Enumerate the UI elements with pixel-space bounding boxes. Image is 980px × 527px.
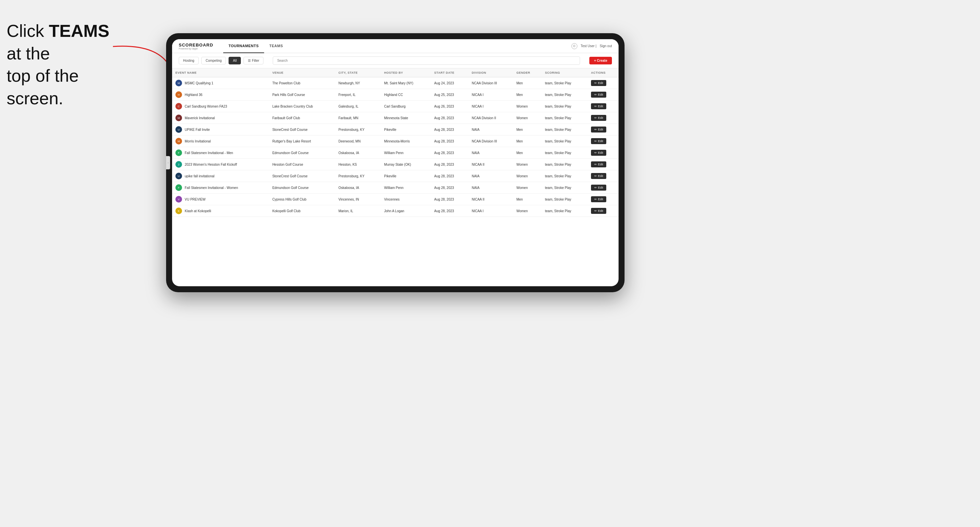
table-row: M MSMC Qualifying 1 The Powelton Club Ne… bbox=[172, 77, 619, 89]
cell-date-3: Aug 28, 2023 bbox=[431, 112, 468, 124]
edit-btn-9[interactable]: ✏ Edit bbox=[591, 185, 607, 190]
cell-date-9: Aug 28, 2023 bbox=[431, 182, 468, 194]
cell-division-1: NICAA I bbox=[468, 89, 513, 101]
cell-hosted-7: Murray State (OK) bbox=[381, 159, 431, 170]
search-input[interactable] bbox=[273, 56, 580, 65]
tab-teams[interactable]: TEAMS bbox=[264, 39, 288, 53]
table-row: F Fall Statesmen Invitational - Men Edmu… bbox=[172, 147, 619, 159]
team-logo-8: U bbox=[175, 173, 182, 179]
edit-btn-4[interactable]: ✏ Edit bbox=[591, 127, 607, 132]
edit-icon-4: ✏ bbox=[594, 128, 597, 131]
team-logo-0: M bbox=[175, 80, 182, 86]
cell-city-10: Vincennes, IN bbox=[335, 194, 381, 205]
cell-date-0: Aug 24, 2023 bbox=[431, 77, 468, 89]
table-row: U UPIKE Fall Invite StoneCrest Golf Cour… bbox=[172, 124, 619, 135]
cell-event-4: U UPIKE Fall Invite bbox=[172, 124, 269, 135]
cell-actions-11: ✏ Edit bbox=[588, 205, 619, 217]
hosting-filter-btn[interactable]: Hosting bbox=[179, 57, 199, 64]
table-row: H Highland 36 Park Hills Golf Course Fre… bbox=[172, 89, 619, 101]
cell-gender-2: Women bbox=[513, 101, 541, 112]
edit-btn-5[interactable]: ✏ Edit bbox=[591, 138, 607, 144]
cell-city-9: Oskaloosa, IA bbox=[335, 182, 381, 194]
competing-filter-btn[interactable]: Competing bbox=[201, 57, 226, 64]
col-event-name: EVENT NAME bbox=[172, 68, 269, 77]
team-logo-9: F bbox=[175, 184, 182, 191]
cell-division-5: NCAA Division III bbox=[468, 135, 513, 147]
cell-venue-0: The Powelton Club bbox=[269, 77, 335, 89]
cell-division-0: NCAA Division III bbox=[468, 77, 513, 89]
edit-btn-10[interactable]: ✏ Edit bbox=[591, 196, 607, 202]
teams-emphasis: TEAMS bbox=[49, 21, 109, 41]
table-row: C Carl Sandburg Women FA23 Lake Bracken … bbox=[172, 101, 619, 112]
cell-date-10: Aug 28, 2023 bbox=[431, 194, 468, 205]
cell-actions-6: ✏ Edit bbox=[588, 147, 619, 159]
cell-gender-7: Women bbox=[513, 159, 541, 170]
cell-hosted-8: Pikeville bbox=[381, 170, 431, 182]
table-row: V VU PREVIEW Cypress Hills Golf Club Vin… bbox=[172, 194, 619, 205]
filter-btn[interactable]: ☰ Filter bbox=[243, 57, 263, 64]
edit-btn-3[interactable]: ✏ Edit bbox=[591, 115, 607, 121]
cell-venue-9: Edmundson Golf Course bbox=[269, 182, 335, 194]
edit-btn-1[interactable]: ✏ Edit bbox=[591, 92, 607, 98]
table-row: K Klash at Kokopelli Kokopelli Golf Club… bbox=[172, 205, 619, 217]
cell-event-0: M MSMC Qualifying 1 bbox=[172, 77, 269, 89]
cell-scoring-5: team, Stroke Play bbox=[542, 135, 588, 147]
cell-event-5: M Morris Invitational bbox=[172, 135, 269, 147]
col-gender: GENDER bbox=[513, 68, 541, 77]
cell-division-7: NICAA II bbox=[468, 159, 513, 170]
cell-event-1: H Highland 36 bbox=[172, 89, 269, 101]
cell-actions-0: ✏ Edit bbox=[588, 77, 619, 89]
instruction-line1: Click TEAMS at the bbox=[6, 21, 109, 63]
cell-division-8: NAIA bbox=[468, 170, 513, 182]
cell-hosted-1: Highland CC bbox=[381, 89, 431, 101]
app-logo: SCOREBOARD Powered by clippit bbox=[179, 43, 213, 50]
team-logo-4: U bbox=[175, 126, 182, 133]
edit-icon-7: ✏ bbox=[594, 163, 597, 166]
cell-venue-2: Lake Bracken Country Club bbox=[269, 101, 335, 112]
cell-venue-5: Ruttger's Bay Lake Resort bbox=[269, 135, 335, 147]
team-logo-7: 2 bbox=[175, 161, 182, 168]
signout-link[interactable]: Sign out bbox=[600, 44, 612, 48]
edit-btn-6[interactable]: ✏ Edit bbox=[591, 150, 607, 156]
table-header: EVENT NAME VENUE CITY, STATE HOSTED BY S… bbox=[172, 68, 619, 77]
cell-city-8: Prestonsburg, KY bbox=[335, 170, 381, 182]
event-name-5: Morris Invitational bbox=[185, 140, 211, 143]
table-body: M MSMC Qualifying 1 The Powelton Club Ne… bbox=[172, 77, 619, 217]
cell-actions-1: ✏ Edit bbox=[588, 89, 619, 101]
create-btn[interactable]: + Create bbox=[589, 57, 612, 64]
edit-btn-11[interactable]: ✏ Edit bbox=[591, 208, 607, 214]
tab-tournaments[interactable]: TOURNAMENTS bbox=[223, 39, 264, 53]
edit-icon-0: ✏ bbox=[594, 81, 597, 85]
cell-city-2: Galesburg, IL bbox=[335, 101, 381, 112]
col-venue: VENUE bbox=[269, 68, 335, 77]
cell-event-6: F Fall Statesmen Invitational - Men bbox=[172, 147, 269, 159]
cell-hosted-5: Minnesota-Morris bbox=[381, 135, 431, 147]
cell-actions-2: ✏ Edit bbox=[588, 101, 619, 112]
cell-date-6: Aug 28, 2023 bbox=[431, 147, 468, 159]
cell-event-7: 2 2023 Women's Hesston Fall Kickoff bbox=[172, 159, 269, 170]
toolbar: Hosting Competing All ☰ Filter + Create bbox=[172, 53, 619, 68]
edit-btn-2[interactable]: ✏ Edit bbox=[591, 103, 607, 109]
cell-division-4: NAIA bbox=[468, 124, 513, 135]
settings-icon[interactable]: ⚙ bbox=[571, 43, 578, 49]
edit-btn-8[interactable]: ✏ Edit bbox=[591, 173, 607, 179]
all-filter-btn[interactable]: All bbox=[229, 57, 241, 64]
edit-btn-0[interactable]: ✏ Edit bbox=[591, 80, 607, 86]
tablet-screen: SCOREBOARD Powered by clippit TOURNAMENT… bbox=[172, 39, 619, 286]
event-name-3: Maverick Invitational bbox=[185, 116, 215, 120]
cell-scoring-0: team, Stroke Play bbox=[542, 77, 588, 89]
cell-date-11: Aug 28, 2023 bbox=[431, 205, 468, 217]
cell-actions-7: ✏ Edit bbox=[588, 159, 619, 170]
edit-icon-9: ✏ bbox=[594, 186, 597, 189]
edit-icon-11: ✏ bbox=[594, 209, 597, 213]
cell-hosted-6: William Penn bbox=[381, 147, 431, 159]
edit-btn-7[interactable]: ✏ Edit bbox=[591, 161, 607, 167]
event-name-11: Klash at Kokopelli bbox=[185, 209, 211, 213]
cell-scoring-6: team, Stroke Play bbox=[542, 147, 588, 159]
cell-division-2: NICAA I bbox=[468, 101, 513, 112]
team-logo-3: M bbox=[175, 114, 182, 121]
logo-sub: Powered by clippit bbox=[179, 48, 213, 50]
cell-city-1: Freeport, IL bbox=[335, 89, 381, 101]
team-logo-6: F bbox=[175, 149, 182, 156]
cell-venue-3: Faribault Golf Club bbox=[269, 112, 335, 124]
